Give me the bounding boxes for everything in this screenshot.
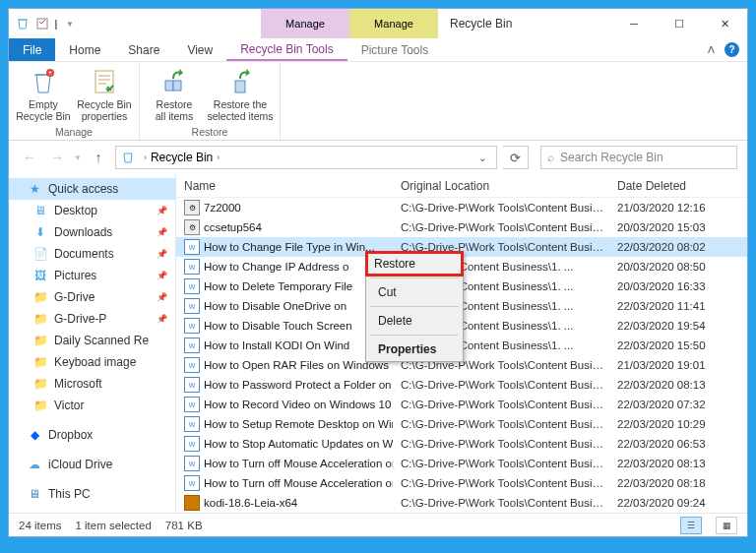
context-tab-recycle-bin[interactable]: Manage (261, 9, 349, 38)
sidebar-item[interactable]: 📁G-Drive-P📌 (9, 308, 175, 330)
file-type-icon: W (184, 318, 200, 334)
ribbon-tab-home[interactable]: Home (55, 38, 114, 61)
pin-icon: 📌 (157, 271, 167, 280)
file-row[interactable]: WHow to Turn off Mouse Acceleration on .… (176, 473, 747, 493)
folder-icon: 📁 (32, 398, 48, 413)
properties-icon (89, 66, 120, 97)
sidebar-item[interactable]: 🖼Pictures📌 (9, 265, 175, 286)
menu-separator (370, 335, 459, 336)
file-date-deleted: 21/03/2020 12:16 (609, 202, 747, 214)
sidebar-label: Dropbox (48, 428, 93, 442)
pin-icon: 📌 (157, 227, 167, 237)
sidebar-item[interactable]: 📁Victor (9, 395, 175, 416)
file-row[interactable]: WHow to Stop Automatic Updates on Win...… (176, 434, 747, 454)
view-icons-button[interactable]: ▦ (716, 517, 737, 534)
file-original-location: C:\G-Drive-P\Work Tools\Content Business… (393, 477, 609, 489)
recycle-bin-properties-button[interactable]: Recycle Bin properties (76, 66, 133, 122)
col-header-original-location[interactable]: Original Location (393, 179, 609, 193)
ribbon-tab-share[interactable]: Share (114, 38, 173, 61)
nav-pane: ★ Quick access 🖥Desktop📌⬇Downloads📌📄Docu… (9, 174, 176, 513)
qat-properties-icon[interactable] (34, 16, 50, 31)
file-type-icon: ⚙ (184, 200, 200, 215)
collapse-ribbon-icon[interactable]: ᐱ (708, 44, 715, 55)
nav-bar: ← → ▼ ↑ › Recycle Bin › ⌄ ⟳ ⌕ Search Rec… (9, 141, 747, 174)
sidebar-item-label: Keyboad image (54, 355, 136, 369)
file-original-location: C:\G-Drive-P\Work Tools\Content Business… (393, 497, 609, 509)
context-menu-restore[interactable]: Restore (365, 251, 464, 276)
address-bar[interactable]: › Recycle Bin › ⌄ (115, 146, 497, 169)
sidebar-dropbox[interactable]: ◆ Dropbox (9, 424, 175, 446)
col-header-name[interactable]: Name (176, 179, 393, 193)
star-icon: ★ (27, 181, 42, 197)
sidebar-this-pc[interactable]: 🖥 This PC (9, 483, 175, 505)
sidebar-icloud[interactable]: ☁ iCloud Drive (9, 454, 175, 475)
view-details-button[interactable]: ☰ (680, 517, 702, 534)
context-menu-properties[interactable]: Properties (366, 338, 463, 361)
restore-selected-label: Restore the selected items (207, 99, 273, 122)
context-menu: Restore Cut Delete Properties (365, 251, 464, 362)
file-row[interactable]: kodi-18.6-Leia-x64C:\G-Drive-P\Work Tool… (176, 493, 747, 513)
file-type-icon: W (184, 436, 200, 452)
file-name: How to Change File Type in Win... (204, 241, 375, 253)
file-name: How to Disable OneDrive on (204, 300, 346, 312)
restore-all-button[interactable]: Restore all items (146, 66, 203, 122)
sidebar-item[interactable]: ⬇Downloads📌 (9, 221, 175, 243)
sidebar-item-label: Microsoft (54, 377, 102, 391)
sidebar-item-label: Desktop (54, 204, 97, 217)
sidebar-item-label: G-Drive-P (54, 312, 106, 326)
sidebar-item[interactable]: 📄Documents📌 (9, 243, 175, 265)
col-header-date-deleted[interactable]: Date Deleted (609, 179, 747, 193)
context-tab-picture[interactable]: Manage (349, 9, 438, 38)
sidebar-item[interactable]: 📁Microsoft (9, 373, 175, 395)
back-button[interactable]: ← (19, 147, 40, 168)
desktop-icon: 🖥 (32, 203, 48, 218)
file-row[interactable]: WHow to Record Video on Windows 10C:\G-D… (176, 395, 747, 414)
file-row[interactable]: WHow to Password Protect a Folder on Wi.… (176, 375, 747, 395)
ribbon-tab-picture-tools[interactable]: Picture Tools (347, 38, 442, 61)
up-button[interactable]: ↑ (88, 147, 109, 168)
restore-all-label: Restore all items (156, 99, 194, 122)
folder-icon: 📁 (32, 333, 48, 348)
sidebar-item[interactable]: 🖥Desktop📌 (9, 200, 175, 221)
help-icon[interactable]: ? (724, 42, 739, 57)
context-menu-delete[interactable]: Delete (366, 309, 463, 333)
sidebar-item[interactable]: 📁Keyboad image (9, 351, 175, 373)
breadcrumb-sep-icon[interactable]: › (217, 153, 220, 162)
file-row[interactable]: WHow to Setup Remote Desktop on Win...C:… (176, 414, 747, 434)
recycle-bin-icon (15, 16, 31, 31)
restore-selected-button[interactable]: Restore the selected items (207, 66, 274, 122)
svg-rect-4 (173, 81, 181, 91)
maximize-button[interactable]: ☐ (657, 9, 702, 38)
sidebar-item[interactable]: 📁Daily Scanned Re (9, 330, 175, 351)
file-type-icon: W (184, 357, 200, 373)
close-button[interactable]: ✕ (702, 9, 747, 38)
file-row[interactable]: ⚙ccsetup564C:\G-Drive-P\Work Tools\Conte… (176, 217, 747, 237)
file-original-location: C:\G-Drive-P\Work Tools\Content Business… (393, 379, 609, 391)
sidebar-item[interactable]: 📁G-Drive📌 (9, 286, 175, 308)
breadcrumb-sep-icon[interactable]: › (144, 153, 147, 162)
file-type-icon: W (184, 298, 200, 314)
forward-button[interactable]: → (46, 147, 68, 168)
ribbon-tab-view[interactable]: View (173, 38, 226, 61)
status-item-count: 24 items (19, 520, 61, 531)
address-dropdown-icon[interactable]: ⌄ (472, 153, 492, 163)
empty-recycle-bin-button[interactable]: Empty Recycle Bin (15, 66, 72, 122)
group-title-manage: Manage (55, 126, 93, 140)
sidebar-quick-access[interactable]: ★ Quick access (9, 178, 175, 200)
titlebar: | ▼ Manage Manage Recycle Bin ─ ☐ ✕ (9, 9, 747, 38)
search-box[interactable]: ⌕ Search Recycle Bin (540, 146, 737, 169)
qat-dropdown-icon[interactable]: ▼ (62, 16, 78, 31)
file-row[interactable]: ⚙7z2000C:\G-Drive-P\Work Tools\Content B… (176, 198, 747, 217)
history-dropdown-icon[interactable]: ▼ (74, 154, 82, 162)
pin-icon: 📌 (157, 314, 167, 324)
ribbon-tab-recycle-bin-tools[interactable]: Recycle Bin Tools (226, 38, 347, 61)
qat-separator: | (54, 16, 58, 31)
file-row[interactable]: WHow to Turn off Mouse Acceleration on .… (176, 454, 747, 473)
icloud-icon: ☁ (27, 457, 42, 472)
minimize-button[interactable]: ─ (611, 9, 657, 38)
context-menu-cut[interactable]: Cut (366, 280, 463, 304)
breadcrumb-item[interactable]: Recycle Bin (151, 151, 213, 164)
file-name: How to Turn off Mouse Acceleration on ..… (204, 458, 393, 469)
ribbon-tab-file[interactable]: File (9, 38, 55, 61)
refresh-button[interactable]: ⟳ (503, 146, 529, 169)
